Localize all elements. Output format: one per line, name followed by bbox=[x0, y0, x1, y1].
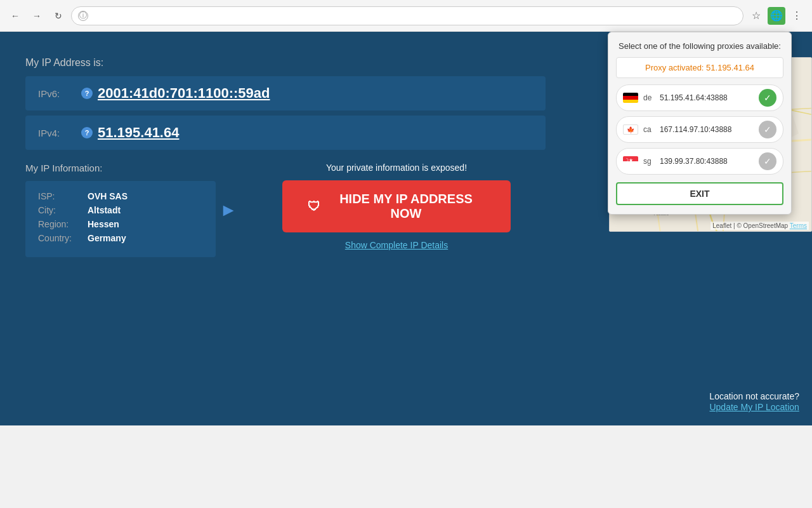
region-value: Hessen bbox=[88, 219, 119, 229]
isp-value: OVH SAS bbox=[88, 191, 128, 201]
city-label: City: bbox=[38, 205, 82, 215]
show-details-link[interactable]: Show Complete IP Details bbox=[345, 240, 448, 250]
proxy-item-sg[interactable]: ☽★ sg 139.99.37.80:43888 ✓ bbox=[616, 148, 783, 175]
region-row: Region: Hessen bbox=[38, 219, 203, 229]
sg-select-button[interactable]: ✓ bbox=[759, 152, 776, 170]
ca-flag-icon: 🍁 bbox=[623, 124, 638, 135]
proxy-item-de[interactable]: de 51.195.41.64:43888 ✓ bbox=[616, 84, 783, 111]
browser-actions: ☆ 🌐 ⋮ bbox=[747, 7, 806, 25]
ca-country-code: ca bbox=[643, 125, 655, 134]
proxy-popup: Select one of the following proxies avai… bbox=[608, 32, 792, 215]
proxy-exit-button[interactable]: EXIT bbox=[616, 182, 783, 205]
forward-button[interactable]: → bbox=[28, 7, 46, 25]
isp-row: ISP: OVH SAS bbox=[38, 191, 203, 201]
country-label: Country: bbox=[38, 233, 82, 243]
city-row: City: Altstadt bbox=[38, 205, 203, 215]
location-section: Location not accurate? Update My IP Loca… bbox=[709, 391, 799, 413]
country-value: Germany bbox=[88, 233, 126, 243]
sg-flag-icon: ☽★ bbox=[623, 156, 638, 166]
region-label: Region: bbox=[38, 219, 82, 229]
ca-proxy-address: 167.114.97.10:43888 bbox=[660, 125, 754, 134]
ipv4-label: IPv4: bbox=[38, 128, 76, 138]
cta-section: Your private information is exposed! 🛡 H… bbox=[241, 163, 546, 257]
proxy-extension-icon[interactable]: 🌐 bbox=[768, 7, 785, 25]
map-attribution: Leaflet | © OpenStreetMap Terms bbox=[710, 222, 809, 230]
back-button[interactable]: ← bbox=[6, 7, 24, 25]
ipv6-label: IPv6: bbox=[38, 88, 76, 99]
info-cta-section: My IP Information: ISP: OVH SAS City: Al… bbox=[25, 163, 546, 257]
country-row: Country: Germany bbox=[38, 233, 203, 243]
update-location-button[interactable]: Update My IP Location bbox=[709, 402, 799, 412]
location-not-accurate-label: Location not accurate? bbox=[709, 391, 799, 401]
arrow-connector: ► bbox=[216, 163, 241, 257]
de-proxy-address: 51.195.41.64:43888 bbox=[660, 93, 754, 102]
hide-ip-button-label: HIDE MY IP ADDRESS NOW bbox=[327, 192, 485, 221]
reload-button[interactable]: ↻ bbox=[49, 7, 67, 25]
proxy-item-ca[interactable]: 🍁 ca 167.114.97.10:43888 ✓ bbox=[616, 116, 783, 143]
ipv4-help-badge[interactable]: ? bbox=[81, 127, 93, 138]
de-select-button[interactable]: ✓ bbox=[759, 89, 776, 107]
isp-label: ISP: bbox=[38, 191, 82, 201]
ipv6-help-badge[interactable]: ? bbox=[81, 88, 93, 99]
shield-icon: 🛡 bbox=[308, 199, 320, 214]
browser-chrome: ← → ↻ ⓘ ☆ 🌐 ⋮ bbox=[0, 0, 812, 32]
de-country-code: de bbox=[643, 93, 655, 102]
ipv6-row: IPv6: ? 2001:41d0:701:1100::59ad bbox=[25, 76, 546, 110]
ip-info-label: My IP Information: bbox=[25, 163, 216, 173]
terms-link[interactable]: Terms bbox=[790, 222, 807, 229]
ipv4-row: IPv4: ? 51.195.41.64 bbox=[25, 116, 546, 150]
city-value: Altstadt bbox=[88, 205, 121, 215]
page-info-icon[interactable]: ⓘ bbox=[78, 11, 88, 21]
ip-info-box: ISP: OVH SAS City: Altstadt Region: Hess… bbox=[25, 181, 216, 257]
menu-button[interactable]: ⋮ bbox=[788, 7, 806, 25]
sg-country-code: sg bbox=[643, 157, 655, 166]
ip-info-panel: My IP Information: ISP: OVH SAS City: Al… bbox=[25, 163, 216, 257]
ipv4-value[interactable]: 51.195.41.64 bbox=[98, 124, 179, 141]
bookmark-button[interactable]: ☆ bbox=[747, 7, 765, 25]
exposed-label: Your private information is exposed! bbox=[326, 163, 467, 173]
de-flag-icon bbox=[623, 93, 638, 103]
ca-select-button[interactable]: ✓ bbox=[759, 121, 776, 138]
hide-ip-button[interactable]: 🛡 HIDE MY IP ADDRESS NOW bbox=[282, 180, 511, 232]
proxy-title: Select one of the following proxies avai… bbox=[616, 41, 783, 51]
ipv6-value[interactable]: 2001:41d0:701:1100::59ad bbox=[98, 85, 270, 102]
address-bar[interactable]: ⓘ bbox=[71, 6, 743, 25]
proxy-activated-label: Proxy activated: 51.195.41.64 bbox=[616, 57, 783, 78]
sg-proxy-address: 139.99.37.80:43888 bbox=[660, 157, 754, 166]
